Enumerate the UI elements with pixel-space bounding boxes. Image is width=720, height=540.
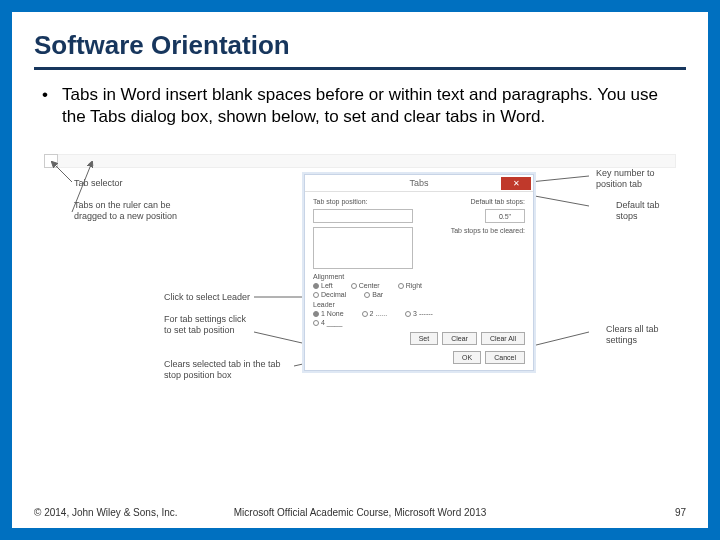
radio-leader-under[interactable]: 4 ____ xyxy=(313,319,342,326)
clear-all-button[interactable]: Clear All xyxy=(481,332,525,345)
alignment-label: Alignment xyxy=(313,273,525,280)
radio-right[interactable]: Right xyxy=(398,282,422,289)
cancel-button[interactable]: Cancel xyxy=(485,351,525,364)
slide: Software Orientation • Tabs in Word inse… xyxy=(12,12,708,528)
cleared-label: Tab stops to be cleared: xyxy=(425,227,525,269)
radio-leader-dots[interactable]: 2 ...... xyxy=(362,310,388,317)
bullet-item: • Tabs in Word insert blank spaces befor… xyxy=(42,84,686,128)
radio-decimal[interactable]: Decimal xyxy=(313,291,346,298)
radio-bar[interactable]: Bar xyxy=(364,291,383,298)
tabs-figure: Tab selector Tabs on the ruler can be dr… xyxy=(34,134,686,404)
clear-button[interactable]: Clear xyxy=(442,332,477,345)
bullet-dot: • xyxy=(42,84,62,128)
radio-leader-dashes[interactable]: 3 ------ xyxy=(405,310,433,317)
tab-stop-input[interactable] xyxy=(313,209,413,223)
dialog-titlebar: Tabs ✕ xyxy=(305,175,533,192)
radio-center[interactable]: Center xyxy=(351,282,380,289)
tab-stop-label: Tab stop position: xyxy=(313,198,367,205)
ok-button[interactable]: OK xyxy=(453,351,481,364)
radio-left[interactable]: Left xyxy=(313,282,333,289)
svg-line-1 xyxy=(72,162,92,212)
footer-center: Microsoft Official Academic Course, Micr… xyxy=(34,507,686,518)
radio-leader-none[interactable]: 1 None xyxy=(313,310,344,317)
tab-stop-listbox[interactable] xyxy=(313,227,413,269)
bullet-text: Tabs in Word insert blank spaces before … xyxy=(62,84,686,128)
slide-frame: Software Orientation • Tabs in Word inse… xyxy=(0,0,720,540)
default-tab-input[interactable]: 0.5" xyxy=(485,209,525,223)
dialog-body: Tab stop position: Default tab stops: 0.… xyxy=(305,192,533,370)
tabs-dialog: Tabs ✕ Tab stop position: Default tab st… xyxy=(304,174,534,371)
bullet-list: • Tabs in Word insert blank spaces befor… xyxy=(34,84,686,128)
set-button[interactable]: Set xyxy=(410,332,439,345)
page-title: Software Orientation xyxy=(34,30,686,70)
default-tab-label: Default tab stops: xyxy=(471,198,525,205)
svg-line-0 xyxy=(52,162,72,182)
slide-footer: © 2014, John Wiley & Sons, Inc. Microsof… xyxy=(34,507,686,518)
dialog-title-text: Tabs xyxy=(409,178,428,188)
close-button[interactable]: ✕ xyxy=(501,177,531,190)
leader-label: Leader xyxy=(313,301,525,308)
